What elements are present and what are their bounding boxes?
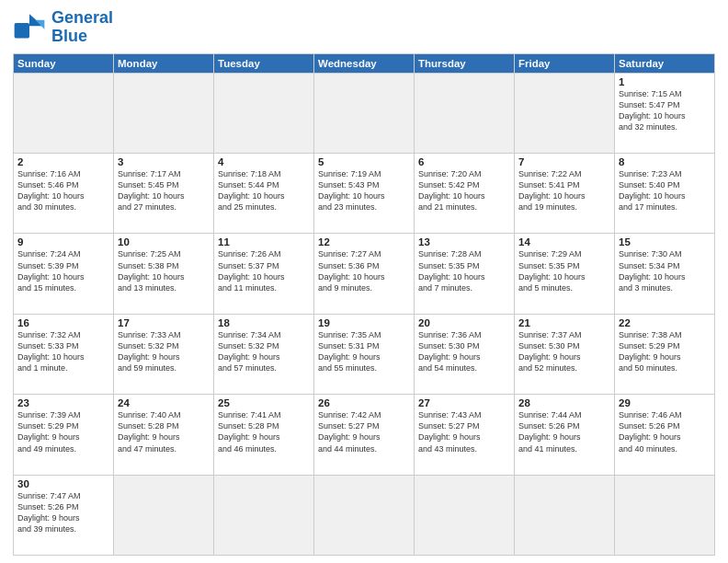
day-info: Sunrise: 7:46 AM Sunset: 5:26 PM Dayligh… — [619, 409, 711, 454]
weekday-friday: Friday — [515, 53, 615, 73]
day-cell — [415, 73, 515, 153]
day-number: 20 — [418, 317, 510, 328]
weekday-monday: Monday — [114, 53, 214, 73]
logo-blue: Blue — [51, 27, 87, 45]
day-number: 24 — [118, 397, 210, 408]
day-info: Sunrise: 7:35 AM Sunset: 5:31 PM Dayligh… — [318, 329, 410, 374]
day-cell: 18Sunrise: 7:34 AM Sunset: 5:32 PM Dayli… — [214, 314, 314, 394]
day-number: 12 — [318, 236, 410, 247]
day-cell: 5Sunrise: 7:19 AM Sunset: 5:43 PM Daylig… — [314, 153, 415, 233]
day-info: Sunrise: 7:16 AM Sunset: 5:46 PM Dayligh… — [17, 168, 109, 213]
day-cell: 15Sunrise: 7:30 AM Sunset: 5:34 PM Dayli… — [615, 234, 715, 314]
day-number: 28 — [518, 397, 610, 408]
day-cell — [615, 475, 715, 555]
day-cell: 13Sunrise: 7:28 AM Sunset: 5:35 PM Dayli… — [415, 234, 515, 314]
day-info: Sunrise: 7:22 AM Sunset: 5:41 PM Dayligh… — [518, 168, 610, 213]
day-info: Sunrise: 7:42 AM Sunset: 5:27 PM Dayligh… — [318, 409, 410, 454]
day-number: 30 — [17, 478, 109, 489]
weekday-saturday: Saturday — [615, 53, 715, 73]
day-cell: 9Sunrise: 7:24 AM Sunset: 5:39 PM Daylig… — [14, 234, 114, 314]
day-cell: 6Sunrise: 7:20 AM Sunset: 5:42 PM Daylig… — [415, 153, 515, 233]
day-cell — [314, 73, 415, 153]
day-info: Sunrise: 7:25 AM Sunset: 5:38 PM Dayligh… — [118, 248, 210, 293]
day-info: Sunrise: 7:39 AM Sunset: 5:29 PM Dayligh… — [17, 409, 109, 454]
day-info: Sunrise: 7:34 AM Sunset: 5:32 PM Dayligh… — [218, 329, 310, 374]
calendar-header: SundayMondayTuesdayWednesdayThursdayFrid… — [14, 53, 715, 73]
weekday-tuesday: Tuesday — [214, 53, 314, 73]
weekday-sunday: Sunday — [14, 53, 114, 73]
day-info: Sunrise: 7:33 AM Sunset: 5:32 PM Dayligh… — [118, 329, 210, 374]
day-info: Sunrise: 7:24 AM Sunset: 5:39 PM Dayligh… — [17, 248, 109, 293]
day-cell: 23Sunrise: 7:39 AM Sunset: 5:29 PM Dayli… — [14, 395, 114, 475]
day-cell: 4Sunrise: 7:18 AM Sunset: 5:44 PM Daylig… — [214, 153, 314, 233]
svg-rect-0 — [15, 23, 29, 38]
general-blue-logo-icon — [13, 11, 46, 44]
day-cell: 21Sunrise: 7:37 AM Sunset: 5:30 PM Dayli… — [515, 314, 615, 394]
week-row-0: 1Sunrise: 7:15 AM Sunset: 5:47 PM Daylig… — [14, 73, 715, 153]
day-info: Sunrise: 7:17 AM Sunset: 5:45 PM Dayligh… — [118, 168, 210, 213]
day-info: Sunrise: 7:26 AM Sunset: 5:37 PM Dayligh… — [218, 248, 310, 293]
day-cell — [114, 475, 214, 555]
day-info: Sunrise: 7:15 AM Sunset: 5:47 PM Dayligh… — [619, 88, 711, 133]
day-number: 29 — [619, 397, 711, 408]
day-cell — [314, 475, 415, 555]
calendar-body: 1Sunrise: 7:15 AM Sunset: 5:47 PM Daylig… — [14, 73, 715, 555]
day-info: Sunrise: 7:18 AM Sunset: 5:44 PM Dayligh… — [218, 168, 310, 213]
day-info: Sunrise: 7:40 AM Sunset: 5:28 PM Dayligh… — [118, 409, 210, 454]
day-number: 17 — [118, 317, 210, 328]
day-info: Sunrise: 7:41 AM Sunset: 5:28 PM Dayligh… — [218, 409, 310, 454]
day-cell — [415, 475, 515, 555]
day-cell: 20Sunrise: 7:36 AM Sunset: 5:30 PM Dayli… — [415, 314, 515, 394]
day-number: 16 — [17, 317, 109, 328]
day-cell: 8Sunrise: 7:23 AM Sunset: 5:40 PM Daylig… — [615, 153, 715, 233]
calendar: SundayMondayTuesdayWednesdayThursdayFrid… — [13, 53, 715, 556]
day-info: Sunrise: 7:38 AM Sunset: 5:29 PM Dayligh… — [619, 329, 711, 374]
day-cell: 2Sunrise: 7:16 AM Sunset: 5:46 PM Daylig… — [14, 153, 114, 233]
day-cell: 7Sunrise: 7:22 AM Sunset: 5:41 PM Daylig… — [515, 153, 615, 233]
day-cell — [214, 475, 314, 555]
week-row-1: 2Sunrise: 7:16 AM Sunset: 5:46 PM Daylig… — [14, 153, 715, 233]
day-info: Sunrise: 7:43 AM Sunset: 5:27 PM Dayligh… — [418, 409, 510, 454]
day-cell — [515, 475, 615, 555]
day-number: 2 — [17, 156, 109, 167]
header: GeneralBlue — [13, 9, 715, 46]
day-cell: 25Sunrise: 7:41 AM Sunset: 5:28 PM Dayli… — [214, 395, 314, 475]
day-info: Sunrise: 7:29 AM Sunset: 5:35 PM Dayligh… — [518, 248, 610, 293]
day-number: 9 — [17, 236, 109, 247]
day-number: 13 — [418, 236, 510, 247]
day-info: Sunrise: 7:20 AM Sunset: 5:42 PM Dayligh… — [418, 168, 510, 213]
day-info: Sunrise: 7:19 AM Sunset: 5:43 PM Dayligh… — [318, 168, 410, 213]
day-cell: 17Sunrise: 7:33 AM Sunset: 5:32 PM Dayli… — [114, 314, 214, 394]
day-number: 23 — [17, 397, 109, 408]
day-cell — [114, 73, 214, 153]
day-info: Sunrise: 7:30 AM Sunset: 5:34 PM Dayligh… — [619, 248, 711, 293]
day-info: Sunrise: 7:37 AM Sunset: 5:30 PM Dayligh… — [518, 329, 610, 374]
day-number: 21 — [518, 317, 610, 328]
day-number: 11 — [218, 236, 310, 247]
day-info: Sunrise: 7:47 AM Sunset: 5:26 PM Dayligh… — [17, 490, 109, 535]
day-cell: 14Sunrise: 7:29 AM Sunset: 5:35 PM Dayli… — [515, 234, 615, 314]
day-number: 4 — [218, 156, 310, 167]
day-number: 15 — [619, 236, 711, 247]
day-cell — [214, 73, 314, 153]
day-number: 22 — [619, 317, 711, 328]
day-cell: 10Sunrise: 7:25 AM Sunset: 5:38 PM Dayli… — [114, 234, 214, 314]
day-cell: 11Sunrise: 7:26 AM Sunset: 5:37 PM Dayli… — [214, 234, 314, 314]
week-row-2: 9Sunrise: 7:24 AM Sunset: 5:39 PM Daylig… — [14, 234, 715, 314]
day-info: Sunrise: 7:44 AM Sunset: 5:26 PM Dayligh… — [518, 409, 610, 454]
day-cell: 29Sunrise: 7:46 AM Sunset: 5:26 PM Dayli… — [615, 395, 715, 475]
day-cell: 26Sunrise: 7:42 AM Sunset: 5:27 PM Dayli… — [314, 395, 415, 475]
day-number: 27 — [418, 397, 510, 408]
day-cell: 16Sunrise: 7:32 AM Sunset: 5:33 PM Dayli… — [14, 314, 114, 394]
day-info: Sunrise: 7:23 AM Sunset: 5:40 PM Dayligh… — [619, 168, 711, 213]
day-number: 26 — [318, 397, 410, 408]
day-cell: 28Sunrise: 7:44 AM Sunset: 5:26 PM Dayli… — [515, 395, 615, 475]
logo-general: General — [51, 8, 113, 27]
day-number: 3 — [118, 156, 210, 167]
logo-text: GeneralBlue — [51, 9, 113, 46]
day-cell: 22Sunrise: 7:38 AM Sunset: 5:29 PM Dayli… — [615, 314, 715, 394]
day-info: Sunrise: 7:27 AM Sunset: 5:36 PM Dayligh… — [318, 248, 410, 293]
week-row-5: 30Sunrise: 7:47 AM Sunset: 5:26 PM Dayli… — [14, 475, 715, 555]
day-cell: 30Sunrise: 7:47 AM Sunset: 5:26 PM Dayli… — [14, 475, 114, 555]
day-cell: 19Sunrise: 7:35 AM Sunset: 5:31 PM Dayli… — [314, 314, 415, 394]
